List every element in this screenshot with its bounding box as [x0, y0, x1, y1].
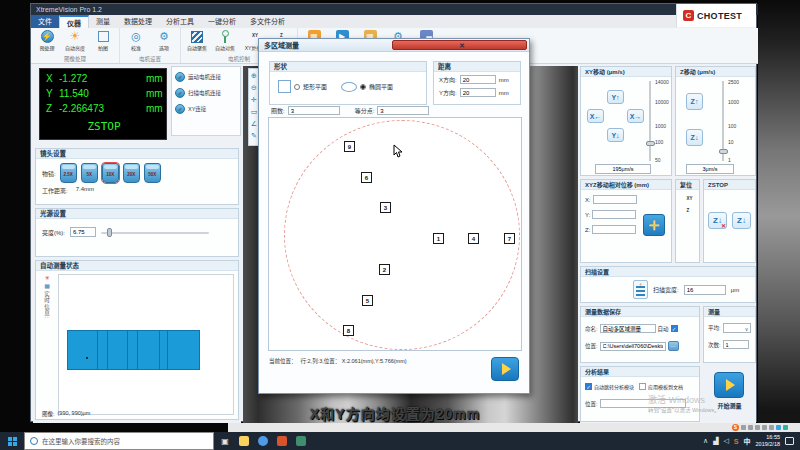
options-button[interactable]: ⚙ 选项 — [151, 29, 177, 55]
connection-status-panel: ✓ 运动电机连接 ✓ 扫描电机连接 ✓ XY连接 — [171, 66, 241, 136]
rel-x-input[interactable] — [593, 195, 637, 204]
zstop-cancel-button[interactable]: Z↓✕ — [708, 212, 727, 229]
lens-5x[interactable]: 5X — [81, 163, 98, 183]
measure-point-1[interactable]: 1 — [433, 233, 444, 244]
save-name-input[interactable] — [600, 324, 656, 333]
measure-point-2[interactable]: 2 — [379, 264, 390, 275]
ime-tool-icon[interactable] — [748, 425, 753, 430]
zoom-in-icon[interactable]: ⊕ — [251, 70, 257, 81]
network-icon[interactable]: ▟ — [713, 437, 718, 445]
ime-tool-icon[interactable] — [769, 425, 774, 430]
menu-tab-multi-file-analysis[interactable]: 多文件分析 — [243, 15, 292, 28]
action-center-icon[interactable] — [785, 437, 794, 445]
count-input[interactable] — [723, 340, 749, 349]
right-sidebar: XY移动 (μm/s) Y↑ X← X→ Y↓ 14000 10000 1000… — [580, 66, 756, 423]
jog-x-left-button[interactable]: X← — [587, 109, 604, 123]
ime-tool-icon[interactable] — [755, 425, 760, 430]
auto-brightness-button[interactable]: ☀ 自动亮度 — [62, 29, 88, 55]
y-range-input[interactable] — [460, 88, 496, 97]
save-settings-panel: 测量数据保存 命名: 自动 ✓ 位置: ··· — [580, 306, 700, 363]
slider-thumb[interactable] — [646, 141, 655, 146]
draw-icon[interactable]: ✎ — [251, 130, 257, 141]
menu-tab-file[interactable]: 文件 — [31, 15, 59, 28]
ime-tool-icon[interactable] — [762, 425, 767, 430]
jog-y-down-button[interactable]: Y↓ — [607, 128, 624, 142]
rel-y-input[interactable] — [592, 210, 636, 219]
calibrate-button[interactable]: ◎ 校准 — [123, 29, 149, 55]
rel-z-input[interactable] — [592, 225, 636, 234]
ime-tool-icon[interactable] — [783, 425, 788, 430]
x-range-input[interactable] — [460, 75, 496, 84]
dialog-title-bar[interactable]: 多区域测量 ✕ — [259, 39, 529, 52]
brand-name: CHOTEST — [697, 11, 742, 21]
zstop-panel: ZSTOP Z↓✕ Z↓ — [703, 179, 756, 263]
measure-point-4[interactable]: 4 — [468, 233, 479, 244]
measure-point-7[interactable]: 7 — [504, 233, 515, 244]
taskbar-app-office[interactable] — [274, 433, 290, 449]
zstop-set-button[interactable]: Z↓ — [732, 212, 751, 229]
brightness-slider[interactable] — [101, 228, 209, 237]
dialog-status: 当前位置： 行:2,列:3,位置： X:2.061(mm),Y:5.766(mm… — [269, 357, 407, 365]
close-icon[interactable]: ✕ — [392, 40, 527, 50]
divisions-input[interactable] — [377, 106, 429, 115]
lens-50x[interactable]: 50X — [144, 163, 161, 183]
lens-20x[interactable]: 20X — [123, 163, 140, 183]
menu-tab-analysis-tools[interactable]: 分析工具 — [159, 15, 201, 28]
save-path-input[interactable] — [600, 342, 666, 351]
task-view-button[interactable]: ▣ — [217, 433, 233, 449]
ellipse-plane-option[interactable]: 椭圆平面 — [341, 82, 393, 92]
measure-point-6[interactable]: 6 — [361, 172, 372, 183]
move-cross-button[interactable]: ✛ — [643, 214, 665, 236]
slider-thumb[interactable] — [719, 149, 728, 154]
taskbar-clock[interactable]: 16:55 2019/2/18 — [756, 434, 780, 448]
capture-button[interactable]: 拍图 — [90, 29, 116, 55]
volume-icon[interactable]: ◁ — [723, 437, 728, 445]
brightness-input[interactable] — [70, 227, 96, 237]
measure-point-3[interactable]: 3 — [380, 202, 391, 213]
jog-y-up-button[interactable]: Y↑ — [607, 90, 624, 104]
rect-plane-option[interactable]: 矩形平面 — [278, 80, 327, 93]
ime-tool-icon[interactable] — [776, 425, 781, 430]
dialog-run-button[interactable] — [491, 357, 519, 381]
region-plot[interactable]: 1 2 3 4 5 6 7 8 9 — [268, 117, 522, 351]
sogou-icon[interactable]: S — [732, 424, 739, 431]
scan-width-input[interactable] — [684, 285, 726, 295]
menu-tab-instrument[interactable]: 仪器 — [59, 15, 89, 28]
apply-template-checkbox[interactable] — [639, 383, 646, 390]
angle-icon[interactable]: ∠ — [251, 118, 257, 129]
ime-indicator[interactable]: 中 — [744, 436, 751, 446]
tray-expand-icon[interactable]: ∧ — [703, 437, 708, 445]
menu-tab-measure[interactable]: 测量 — [89, 15, 117, 28]
jog-z-up-button[interactable]: Z↑ — [686, 93, 703, 110]
menu-tab-data-processing[interactable]: 数据处理 — [117, 15, 159, 28]
select-icon[interactable]: ▭ — [251, 106, 258, 117]
lens-10x-selected[interactable]: 10X — [102, 163, 119, 183]
auto-focus-button[interactable]: 自动对焦 — [212, 29, 238, 55]
sogou-tray-icon[interactable]: S — [734, 438, 739, 445]
taskbar-app-folder[interactable] — [236, 433, 252, 449]
measure-point-8[interactable]: 8 — [343, 325, 354, 336]
browse-button[interactable]: ··· — [668, 341, 679, 351]
preprocess-button[interactable]: ⚡ 预处理 — [34, 29, 60, 55]
zoom-out-icon[interactable]: ⊖ — [251, 82, 257, 93]
rings-input[interactable] — [288, 106, 340, 115]
start-button[interactable] — [0, 432, 24, 450]
measure-point-5[interactable]: 5 — [362, 295, 373, 306]
menu-tab-one-key-analysis[interactable]: 一键分析 — [201, 15, 243, 28]
taskbar-search-input[interactable]: 在这里输入你要搜索的内容 — [24, 432, 214, 450]
radio-unselected[interactable] — [294, 84, 300, 90]
pan-icon[interactable]: ✛ — [251, 94, 257, 105]
auto-save-checkbox[interactable]: ✓ — [671, 325, 678, 332]
taskbar-app-tool[interactable] — [293, 433, 309, 449]
jog-x-right-button[interactable]: X→ — [627, 109, 644, 123]
average-select[interactable]: ∨ — [723, 323, 751, 333]
taskbar-app-browser[interactable] — [255, 433, 271, 449]
ime-tool-icon[interactable] — [741, 425, 746, 430]
auto-analysis-checkbox[interactable]: ✓ — [585, 383, 592, 390]
auto-focus-scan-button[interactable]: 自动聚焦 — [184, 29, 210, 55]
radio-selected[interactable] — [360, 84, 366, 90]
measure-point-9[interactable]: 9 — [344, 141, 355, 152]
lens-2_5x[interactable]: 2.5X — [60, 163, 77, 183]
jog-z-down-button[interactable]: Z↓ — [686, 129, 703, 146]
slider-thumb[interactable] — [107, 228, 112, 237]
